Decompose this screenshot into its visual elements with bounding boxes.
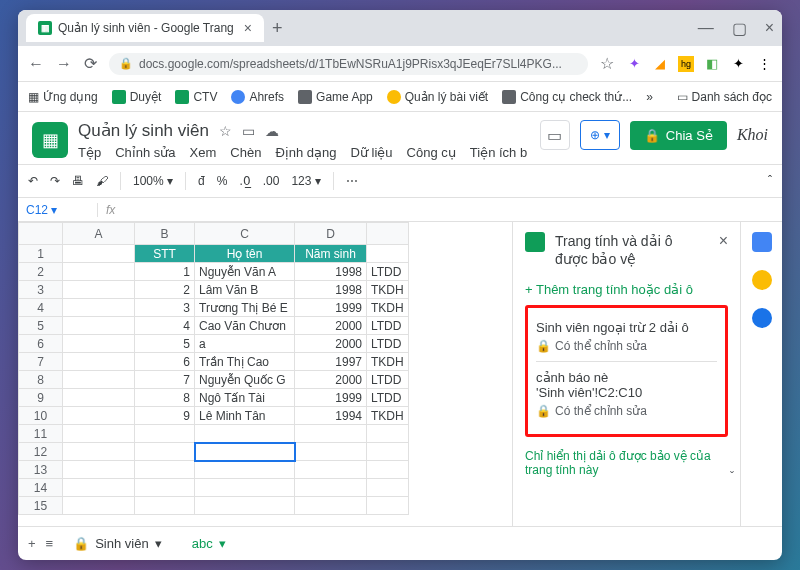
paint-format-icon[interactable]: 🖌 [96, 174, 108, 188]
cell[interactable]: Ngô Tấn Tài [195, 389, 295, 407]
cell[interactable] [367, 479, 409, 497]
cell[interactable] [295, 443, 367, 461]
row-header[interactable]: 15 [19, 497, 63, 515]
sheet-tab-abc[interactable]: abc ▾ [182, 532, 236, 555]
extensions-icon[interactable]: ✦ [730, 56, 746, 72]
menu-insert[interactable]: Chèn [230, 145, 261, 160]
doc-title[interactable]: Quản lý sinh viên [78, 120, 209, 141]
cell[interactable] [63, 407, 135, 425]
undo-icon[interactable]: ↶ [28, 174, 38, 188]
cell[interactable] [195, 461, 295, 479]
collapse-toolbar-icon[interactable]: ˆ [768, 174, 772, 188]
menu-file[interactable]: Tệp [78, 145, 101, 160]
menu-addons[interactable]: Tiện ích b [470, 145, 527, 160]
cell[interactable]: LTDD [367, 371, 409, 389]
row-header[interactable]: 12 [19, 443, 63, 461]
menu-view[interactable]: Xem [190, 145, 217, 160]
cell[interactable]: 6 [135, 353, 195, 371]
star-icon[interactable]: ☆ [600, 54, 614, 73]
row-header[interactable]: 6 [19, 335, 63, 353]
bookmark-ahrefs[interactable]: Ahrefs [231, 90, 284, 104]
row-header[interactable]: 8 [19, 371, 63, 389]
row-header[interactable]: 3 [19, 281, 63, 299]
keep-icon[interactable] [752, 270, 772, 290]
more-tools-icon[interactable]: ⋯ [346, 174, 358, 188]
cell[interactable] [195, 443, 295, 461]
cell[interactable]: 1999 [295, 389, 367, 407]
cell[interactable]: TKDH [367, 407, 409, 425]
all-sheets-icon[interactable]: ≡ [46, 536, 54, 551]
cell[interactable]: 1 [135, 263, 195, 281]
ext-icon-2[interactable]: ◢ [652, 56, 668, 72]
cell[interactable]: Trương Thị Bé E [195, 299, 295, 317]
cell[interactable] [63, 335, 135, 353]
menu-format[interactable]: Định dạng [275, 145, 336, 160]
sheet-tab-sinhvien[interactable]: 🔒 Sinh viên ▾ [63, 532, 171, 555]
cell[interactable]: Họ tên [195, 245, 295, 263]
cell[interactable]: STT [135, 245, 195, 263]
cell[interactable] [367, 443, 409, 461]
apps-button[interactable]: ▦ Ứng dụng [28, 90, 98, 104]
row-header[interactable]: 1 [19, 245, 63, 263]
move-folder-icon[interactable]: ▭ [242, 123, 255, 139]
cell[interactable] [63, 299, 135, 317]
menu-icon[interactable]: ⋮ [756, 56, 772, 72]
maximize-icon[interactable]: ▢ [732, 19, 747, 38]
present-button[interactable]: ⊕ ▾ [580, 120, 620, 150]
cell[interactable]: 2000 [295, 317, 367, 335]
sheets-logo-icon[interactable]: ▦ [32, 122, 68, 158]
row-header[interactable]: 13 [19, 461, 63, 479]
cell[interactable]: Cao Văn Chươn [195, 317, 295, 335]
cell[interactable]: LTDD [367, 263, 409, 281]
cell[interactable] [295, 479, 367, 497]
cell[interactable] [295, 425, 367, 443]
cell[interactable]: Nguyễn Văn A [195, 263, 295, 281]
cell[interactable]: 1998 [295, 281, 367, 299]
cell[interactable]: LTDD [367, 389, 409, 407]
close-panel-icon[interactable]: × [719, 232, 728, 250]
protected-range-2[interactable]: cảnh báo nè 'Sinh viên'!C2:C10 🔒Có thể c… [536, 362, 717, 426]
cell[interactable]: 1997 [295, 353, 367, 371]
cell[interactable] [63, 353, 135, 371]
cell[interactable] [135, 497, 195, 515]
cell[interactable] [135, 461, 195, 479]
cell[interactable] [135, 479, 195, 497]
cell[interactable] [367, 461, 409, 479]
cell[interactable]: 1994 [295, 407, 367, 425]
row-header[interactable]: 11 [19, 425, 63, 443]
bookmark-check[interactable]: Công cụ check thứ... [502, 90, 632, 104]
browser-tab[interactable]: ▦ Quản lý sinh viên - Google Trang × [26, 14, 264, 42]
cell[interactable] [135, 425, 195, 443]
tasks-icon[interactable] [752, 308, 772, 328]
cell[interactable] [367, 497, 409, 515]
add-range-button[interactable]: + Thêm trang tính hoặc dải ô [525, 282, 728, 297]
cell[interactable]: 2 [135, 281, 195, 299]
ext-icon-4[interactable]: ◧ [704, 56, 720, 72]
cell[interactable] [63, 263, 135, 281]
row-header[interactable]: 10 [19, 407, 63, 425]
cell[interactable]: TKDH [367, 281, 409, 299]
spreadsheet-grid[interactable]: ABCD1STTHọ tênNăm sinh21Nguyễn Văn A1998… [18, 222, 512, 526]
number-format[interactable]: 123 ▾ [291, 174, 320, 188]
cell[interactable]: Lê Minh Tân [195, 407, 295, 425]
cell[interactable]: Trần Thị Cao [195, 353, 295, 371]
ext-icon-3[interactable]: hg [678, 56, 694, 72]
bookmark-more[interactable]: » [646, 90, 653, 104]
dec-increase-icon[interactable]: .00 [263, 174, 280, 188]
calendar-icon[interactable] [752, 232, 772, 252]
cell[interactable] [63, 425, 135, 443]
cell[interactable]: 8 [135, 389, 195, 407]
ext-icon-1[interactable]: ✦ [626, 56, 642, 72]
cell[interactable] [63, 371, 135, 389]
minimize-icon[interactable]: — [698, 19, 714, 38]
cell[interactable] [367, 245, 409, 263]
cell[interactable]: 4 [135, 317, 195, 335]
cell[interactable] [63, 497, 135, 515]
share-button[interactable]: 🔒 Chia Sẻ [630, 121, 727, 150]
cell[interactable] [63, 245, 135, 263]
cell[interactable] [63, 479, 135, 497]
percent-icon[interactable]: % [217, 174, 228, 188]
url-field[interactable]: 🔒 docs.google.com/spreadsheets/d/1TbEwNS… [109, 53, 588, 75]
cell[interactable] [63, 443, 135, 461]
bookmark-ctv[interactable]: CTV [175, 90, 217, 104]
